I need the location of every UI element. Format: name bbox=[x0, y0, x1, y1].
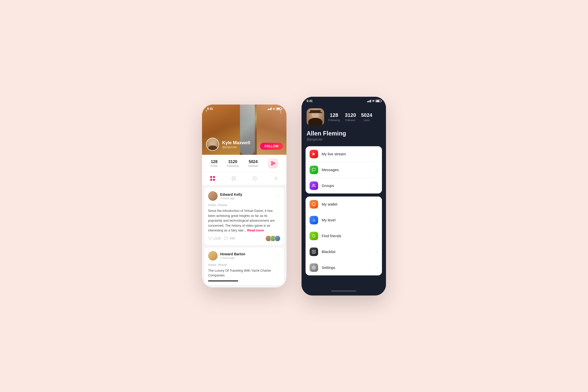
scene: 9:41 ⊜ ‹ ⋮ bbox=[187, 82, 401, 311]
svg-point-0 bbox=[271, 162, 273, 163]
status-bar-dark: 9:41 ⊜ bbox=[302, 97, 386, 104]
stat-following: 3120 Following bbox=[227, 160, 238, 167]
post-header-2: Howard Barton 2 hours ago ⋯ bbox=[208, 251, 280, 261]
post-text-2: The Luxury Of Traveling With Yacht Chart… bbox=[208, 268, 280, 278]
post-avatar-1 bbox=[208, 191, 218, 201]
svg-point-2 bbox=[273, 163, 275, 164]
svg-rect-18 bbox=[312, 203, 315, 205]
cover-photo: ‹ ⋮ Kyle Maxwell @jorgecutis FOLLOW bbox=[202, 105, 286, 155]
messages-icon bbox=[310, 166, 318, 174]
wifi-icon-dark: ⊜ bbox=[372, 99, 374, 103]
groups-icon bbox=[310, 181, 318, 190]
status-icons-dark: ⊜ bbox=[367, 99, 381, 103]
post-tags-1: #relax, #travel bbox=[208, 203, 280, 207]
tab-play[interactable] bbox=[250, 175, 260, 183]
dark-header: 128 Following 3120 Follower 5024 Likes A… bbox=[302, 104, 386, 146]
dark-stat-following: 128 Following bbox=[328, 112, 340, 122]
menu-item-level[interactable]: My level › bbox=[306, 212, 382, 228]
read-more-1[interactable]: Read more bbox=[247, 228, 264, 232]
svg-rect-7 bbox=[210, 179, 212, 181]
chevron-icon: › bbox=[377, 202, 378, 206]
menu-item-wallet[interactable]: My wallet › bbox=[306, 197, 382, 212]
time-dark: 9:41 bbox=[307, 99, 313, 103]
svg-point-22 bbox=[312, 234, 315, 237]
tab-photo[interactable] bbox=[228, 175, 239, 183]
svg-line-3 bbox=[273, 163, 273, 163]
post-footer-1: 1125 348 bbox=[208, 235, 280, 241]
menu-item-groups[interactable]: Groups › bbox=[306, 178, 382, 193]
level-icon bbox=[310, 216, 318, 224]
mini-avatar-3 bbox=[274, 235, 280, 241]
dark-stats: 128 Following 3120 Follower 5024 Likes bbox=[328, 112, 372, 122]
menu-section-1: My live stream › Messages › Groups › bbox=[306, 146, 382, 193]
post-card-2: Howard Barton 2 hours ago ⋯ #relax, #tra… bbox=[205, 248, 284, 285]
svg-rect-6 bbox=[213, 176, 215, 178]
settings-icon bbox=[310, 263, 318, 272]
phone-dark: 9:41 ⊜ bbox=[302, 97, 386, 296]
dark-stat-follower: 3120 Follower bbox=[345, 112, 356, 122]
like-button-1[interactable]: 1125 bbox=[208, 236, 221, 240]
wifi-icon-light: ⊜ bbox=[273, 107, 275, 111]
wallet-icon bbox=[310, 200, 318, 209]
avatar-cover bbox=[206, 138, 219, 151]
menu-item-blacklist[interactable]: Blacklist › bbox=[306, 244, 382, 260]
profile-name-cover: Kyle Maxwell @jorgecutis bbox=[222, 140, 250, 149]
stat-follower: 5024 Follower bbox=[248, 160, 259, 167]
chevron-icon: › bbox=[377, 152, 378, 156]
find-friends-icon bbox=[310, 232, 318, 240]
blacklist-icon bbox=[310, 248, 318, 256]
svg-marker-12 bbox=[255, 178, 256, 179]
post-card-1: Edward Kelly 2 hours ago ⋯ #relax, #trav… bbox=[205, 188, 284, 245]
chevron-icon: › bbox=[377, 168, 378, 172]
profile-info-cover: Kyle Maxwell @jorgecutis bbox=[206, 138, 250, 151]
status-icons-light: ⊜ bbox=[268, 107, 282, 111]
status-bar-light: 9:41 ⊜ bbox=[202, 105, 286, 112]
menu-item-settings[interactable]: Settings › bbox=[306, 260, 382, 275]
svg-marker-16 bbox=[313, 153, 315, 156]
dark-profile-row: 128 Following 3120 Follower 5024 Likes bbox=[307, 108, 381, 126]
svg-point-10 bbox=[233, 178, 233, 178]
stat-posts: 128 Posts bbox=[211, 160, 218, 167]
post-progress-bar bbox=[208, 280, 238, 281]
dark-stat-likes: 5024 Likes bbox=[361, 112, 372, 122]
menu-item-find-friends[interactable]: Find friends › bbox=[306, 228, 382, 244]
livestream-icon bbox=[310, 150, 318, 158]
chevron-icon: › bbox=[377, 234, 378, 238]
tabs-row bbox=[202, 172, 286, 185]
post-meta-1: Edward Kelly 2 hours ago bbox=[220, 192, 274, 200]
tab-list[interactable] bbox=[271, 175, 281, 183]
dark-profile-name: Allen Fleming @jorgecutis bbox=[307, 130, 381, 141]
post-header-1: Edward Kelly 2 hours ago ⋯ bbox=[208, 191, 280, 201]
chevron-icon: › bbox=[377, 218, 378, 222]
stats-row: 128 Posts 3120 Following 5024 Follower bbox=[202, 155, 286, 172]
post-reaction-avatars-1 bbox=[265, 235, 280, 241]
follow-button[interactable]: FOLLOW bbox=[260, 143, 283, 150]
battery-icon-dark bbox=[375, 100, 381, 102]
tab-grid[interactable] bbox=[207, 175, 218, 183]
share-button[interactable] bbox=[268, 158, 278, 168]
post-more-1[interactable]: ⋯ bbox=[276, 194, 280, 199]
post-more-2[interactable]: ⋯ bbox=[276, 253, 280, 258]
posts-area: Edward Kelly 2 hours ago ⋯ #relax, #trav… bbox=[202, 185, 286, 287]
chevron-icon: › bbox=[377, 250, 378, 254]
dark-avatar bbox=[307, 108, 324, 126]
chevron-icon: › bbox=[377, 184, 378, 188]
post-avatar-2 bbox=[208, 251, 218, 261]
post-tags-2: #relax, #travel bbox=[208, 263, 280, 267]
svg-point-27 bbox=[313, 267, 314, 268]
menu-item-messages[interactable]: Messages › bbox=[306, 162, 382, 178]
svg-line-4 bbox=[273, 164, 273, 164]
battery-icon-light bbox=[276, 108, 281, 110]
home-indicator bbox=[302, 286, 386, 296]
signal-icon-light bbox=[268, 108, 272, 110]
home-bar bbox=[331, 290, 356, 291]
phone-light: 9:41 ⊜ ‹ ⋮ bbox=[202, 105, 286, 287]
menu-section-2: My wallet › My level › Find friends › bbox=[306, 197, 382, 275]
svg-point-17 bbox=[313, 184, 314, 185]
menu-item-livestream[interactable]: My live stream › bbox=[306, 146, 382, 162]
signal-icon-dark bbox=[367, 100, 371, 102]
svg-rect-8 bbox=[213, 179, 215, 181]
chevron-icon: › bbox=[377, 266, 378, 270]
comment-button-1[interactable]: 348 bbox=[224, 236, 235, 240]
svg-rect-5 bbox=[210, 176, 212, 178]
